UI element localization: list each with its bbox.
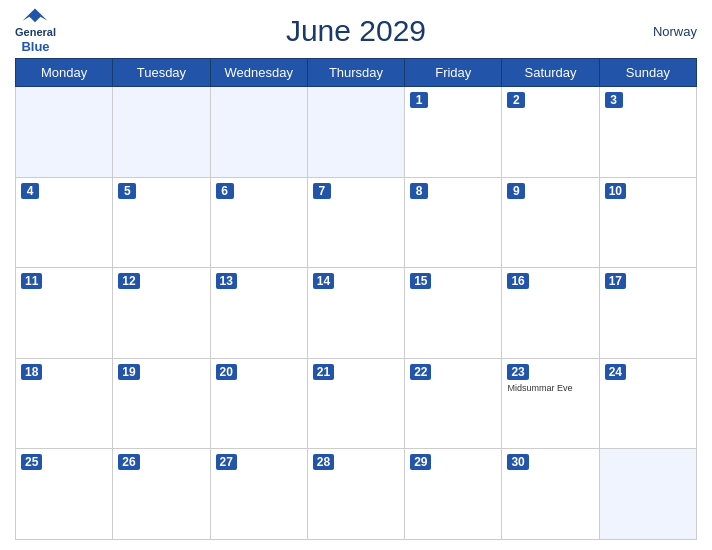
calendar-day: 21 <box>307 358 404 449</box>
calendar-day: 23Midsummar Eve <box>502 358 599 449</box>
weekday-header-monday: Monday <box>16 59 113 87</box>
calendar-table: MondayTuesdayWednesdayThursdayFridaySatu… <box>15 58 697 540</box>
day-number: 11 <box>21 273 42 289</box>
calendar-week-row: 45678910 <box>16 177 697 268</box>
day-number: 24 <box>605 364 626 380</box>
calendar-day: 3 <box>599 87 696 178</box>
day-number: 6 <box>216 183 234 199</box>
calendar-week-row: 11121314151617 <box>16 268 697 359</box>
calendar-day: 26 <box>113 449 210 540</box>
day-number: 22 <box>410 364 431 380</box>
calendar-day <box>16 87 113 178</box>
calendar-day: 7 <box>307 177 404 268</box>
calendar-day: 25 <box>16 449 113 540</box>
day-number: 19 <box>118 364 139 380</box>
weekday-header-friday: Friday <box>405 59 502 87</box>
calendar-day: 18 <box>16 358 113 449</box>
calendar-week-row: 252627282930 <box>16 449 697 540</box>
day-number: 21 <box>313 364 334 380</box>
day-number: 23 <box>507 364 528 380</box>
day-number: 17 <box>605 273 626 289</box>
calendar-day: 12 <box>113 268 210 359</box>
svg-marker-0 <box>23 8 48 22</box>
calendar-day: 27 <box>210 449 307 540</box>
logo: General Blue <box>15 7 56 55</box>
country-label: Norway <box>653 24 697 39</box>
calendar-day: 13 <box>210 268 307 359</box>
calendar-day: 6 <box>210 177 307 268</box>
weekday-header-saturday: Saturday <box>502 59 599 87</box>
calendar-day: 5 <box>113 177 210 268</box>
day-number: 25 <box>21 454 42 470</box>
calendar-day <box>113 87 210 178</box>
calendar-day: 20 <box>210 358 307 449</box>
calendar-day: 19 <box>113 358 210 449</box>
weekday-header-row: MondayTuesdayWednesdayThursdayFridaySatu… <box>16 59 697 87</box>
calendar-week-row: 181920212223Midsummar Eve24 <box>16 358 697 449</box>
weekday-header-thursday: Thursday <box>307 59 404 87</box>
calendar-day: 16 <box>502 268 599 359</box>
day-number: 18 <box>21 364 42 380</box>
calendar-day: 8 <box>405 177 502 268</box>
day-number: 16 <box>507 273 528 289</box>
calendar-day: 4 <box>16 177 113 268</box>
calendar-day: 30 <box>502 449 599 540</box>
calendar-week-row: 123 <box>16 87 697 178</box>
calendar-day: 17 <box>599 268 696 359</box>
holiday-label: Midsummar Eve <box>507 383 593 394</box>
page-title: June 2029 <box>286 14 426 48</box>
logo-blue: Blue <box>21 39 49 55</box>
calendar-day: 11 <box>16 268 113 359</box>
calendar-day: 29 <box>405 449 502 540</box>
day-number: 10 <box>605 183 626 199</box>
calendar-day: 28 <box>307 449 404 540</box>
day-number: 9 <box>507 183 525 199</box>
day-number: 28 <box>313 454 334 470</box>
calendar-day: 24 <box>599 358 696 449</box>
day-number: 7 <box>313 183 331 199</box>
logo-general: General <box>15 26 56 39</box>
weekday-header-wednesday: Wednesday <box>210 59 307 87</box>
calendar-header: General Blue June 2029 Norway <box>15 10 697 52</box>
calendar-day: 9 <box>502 177 599 268</box>
calendar-day: 15 <box>405 268 502 359</box>
day-number: 13 <box>216 273 237 289</box>
calendar-day: 14 <box>307 268 404 359</box>
day-number: 4 <box>21 183 39 199</box>
day-number: 15 <box>410 273 431 289</box>
day-number: 2 <box>507 92 525 108</box>
calendar-day: 2 <box>502 87 599 178</box>
day-number: 1 <box>410 92 428 108</box>
day-number: 29 <box>410 454 431 470</box>
day-number: 30 <box>507 454 528 470</box>
day-number: 12 <box>118 273 139 289</box>
calendar-day: 1 <box>405 87 502 178</box>
calendar-day <box>210 87 307 178</box>
day-number: 27 <box>216 454 237 470</box>
weekday-header-sunday: Sunday <box>599 59 696 87</box>
day-number: 3 <box>605 92 623 108</box>
logo-icon <box>21 7 49 25</box>
day-number: 5 <box>118 183 136 199</box>
calendar-day: 10 <box>599 177 696 268</box>
weekday-header-tuesday: Tuesday <box>113 59 210 87</box>
calendar-day: 22 <box>405 358 502 449</box>
calendar-day <box>599 449 696 540</box>
day-number: 8 <box>410 183 428 199</box>
day-number: 26 <box>118 454 139 470</box>
day-number: 20 <box>216 364 237 380</box>
day-number: 14 <box>313 273 334 289</box>
calendar-day <box>307 87 404 178</box>
